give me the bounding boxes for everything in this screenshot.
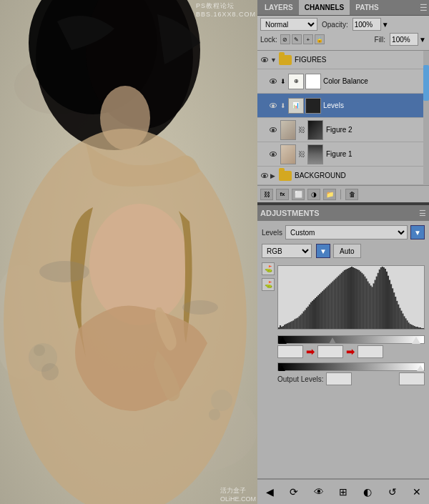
nav-history-icon[interactable]: ⟳	[286, 484, 302, 500]
svg-rect-61	[340, 275, 341, 329]
opacity-input[interactable]	[352, 18, 381, 31]
svg-point-14	[41, 363, 59, 380]
delete-layer-icon[interactable]: 🗑	[345, 189, 358, 200]
white-input-handle[interactable]	[412, 337, 420, 344]
auto-button[interactable]: Auto	[333, 244, 361, 258]
tab-paths[interactable]: PATHS	[350, 0, 384, 15]
eye-icon-figures[interactable]	[259, 54, 270, 66]
black-input-handle[interactable]	[278, 337, 287, 344]
svg-rect-116	[420, 327, 421, 329]
layer-group-background[interactable]: ▶ BACKGROUND	[257, 167, 429, 185]
fill-input[interactable]	[390, 33, 418, 46]
eyedropper-column: ⛳ ⛳	[262, 262, 275, 291]
fx-icon[interactable]: fx	[276, 189, 289, 200]
lock-transparent-icon[interactable]: ⊘	[280, 34, 290, 44]
layer-mask-figure2	[307, 120, 323, 140]
channel-dropdown[interactable]: ▼	[316, 244, 330, 258]
svg-point-15	[34, 345, 45, 356]
output-slider-container	[277, 362, 425, 371]
blend-mode-select[interactable]: Normal	[260, 18, 317, 31]
svg-rect-19	[278, 327, 280, 329]
svg-rect-84	[373, 283, 375, 329]
layer-name-background: BACKGROUND	[293, 172, 428, 179]
folder-icon-background	[279, 171, 292, 181]
lock-position-icon[interactable]: +	[303, 34, 313, 44]
layer-figure1[interactable]: ⛓ Figure 1	[257, 142, 429, 167]
arrow-to-mid: ➡	[306, 346, 315, 357]
svg-rect-62	[341, 273, 342, 329]
nav-eye-icon[interactable]: 👁	[311, 484, 327, 500]
adj-menu-icon[interactable]: ☰	[419, 209, 426, 218]
tab-layers[interactable]: LAYERS	[259, 0, 299, 15]
svg-rect-71	[354, 268, 355, 329]
svg-rect-75	[360, 272, 361, 329]
add-mask-icon[interactable]: ⬜	[292, 189, 305, 200]
layer-group-figures[interactable]: ▼ FIGURES	[257, 51, 429, 69]
layer-list-wrapper: ▼ FIGURES ⬇ ⊕ Color Balance	[257, 51, 429, 185]
black-output-handle[interactable]	[278, 365, 285, 371]
black-input-value[interactable]: 0	[277, 345, 303, 358]
black-output-value[interactable]: 0	[326, 372, 352, 385]
adj-channel-select[interactable]: RGB Red Green Blue	[262, 244, 312, 258]
svg-rect-46	[317, 295, 319, 329]
svg-rect-100	[396, 301, 398, 329]
svg-rect-76	[361, 273, 363, 329]
link-icon-figure2: ⛓	[298, 126, 305, 134]
input-gradient-slider[interactable]	[277, 335, 425, 344]
svg-rect-22	[282, 326, 284, 329]
nav-layers-icon[interactable]: ⊞	[335, 484, 351, 500]
panel-menu-icon[interactable]: ☰	[420, 3, 428, 13]
layer-levels[interactable]: ⬇ 📊 Levels	[257, 94, 429, 118]
svg-rect-90	[382, 267, 383, 329]
new-group-icon[interactable]: 📁	[323, 189, 336, 200]
layer-figure2[interactable]: ⛓ Figure 2	[257, 118, 429, 142]
layers-scrollbar[interactable]	[423, 51, 429, 185]
svg-rect-44	[315, 298, 316, 329]
black-point-eyedropper[interactable]: ⛳	[262, 262, 275, 275]
nav-mask-icon[interactable]: ◐	[360, 484, 375, 500]
white-output-value[interactable]: 255	[399, 372, 425, 385]
svg-rect-64	[344, 270, 345, 329]
nav-back-icon[interactable]: ◀	[262, 484, 277, 500]
svg-rect-24	[285, 324, 287, 329]
adj-preset-dropdown[interactable]: ▼	[410, 225, 425, 239]
mid-input-value[interactable]: 0.69	[317, 345, 343, 358]
tab-channels[interactable]: CHANNELS	[299, 0, 350, 15]
nav-refresh-icon[interactable]: ↺	[385, 484, 400, 500]
layer-list: ▼ FIGURES ⬇ ⊕ Color Balance	[257, 51, 429, 185]
eye-icon-levels[interactable]	[267, 100, 279, 112]
mid-point-eyedropper[interactable]: ⛳	[262, 278, 275, 291]
svg-point-11	[39, 261, 89, 282]
adj-type-label: Levels	[262, 229, 282, 237]
white-input-value[interactable]: 252	[358, 345, 383, 358]
adjustment-layer-icon[interactable]: ◑	[307, 189, 320, 200]
layer-color-balance[interactable]: ⬇ ⊕ Color Balance	[257, 69, 429, 94]
opacity-label: Opacity:	[322, 21, 348, 29]
link-layers-icon[interactable]: ⛓	[260, 189, 273, 200]
eye-icon-background[interactable]	[259, 170, 270, 182]
eye-icon-figure2[interactable]	[267, 124, 279, 136]
svg-rect-48	[320, 292, 322, 329]
svg-point-17	[209, 409, 220, 420]
svg-rect-110	[411, 325, 413, 329]
white-output-handle[interactable]	[417, 365, 424, 371]
watermark-top: PS教程论坛 BBS.16XX8.COM	[196, 1, 256, 18]
svg-rect-65	[345, 270, 347, 329]
svg-rect-68	[350, 267, 351, 329]
svg-rect-113	[415, 327, 417, 329]
adj-preset-select[interactable]: Custom	[285, 225, 408, 239]
eye-icon-figure1[interactable]	[267, 149, 279, 160]
lock-all-icon[interactable]: 🔒	[315, 34, 325, 44]
adj-panel-header: ADJUSTMENTS ☰	[257, 205, 429, 221]
histogram-area: ⛳ ⛳	[262, 262, 425, 332]
svg-rect-104	[402, 313, 403, 329]
output-gradient-slider[interactable]	[277, 362, 425, 371]
lock-image-icon[interactable]: ✎	[292, 34, 302, 44]
mid-input-handle[interactable]	[329, 337, 336, 344]
expand-figures[interactable]: ▼	[270, 56, 277, 64]
eye-icon-color-balance[interactable]	[267, 76, 279, 87]
expand-background[interactable]: ▶	[270, 172, 277, 179]
svg-rect-82	[370, 285, 372, 329]
nav-close-icon[interactable]: ✕	[409, 484, 425, 500]
layer-mask-levels	[305, 98, 321, 114]
